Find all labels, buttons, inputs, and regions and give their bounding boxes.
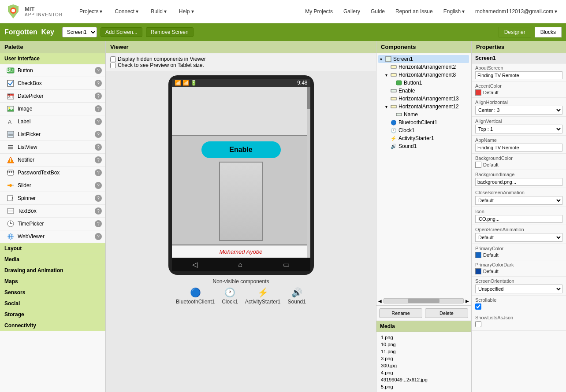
palette-section-sensors[interactable]: Sensors: [0, 287, 105, 298]
datepicker-help[interactable]: ?: [95, 92, 102, 100]
scroll-thumb[interactable]: [408, 299, 439, 303]
nav-guide[interactable]: Guide: [366, 6, 389, 17]
palette-section-layout[interactable]: Layout: [0, 243, 105, 254]
palette-section-storage[interactable]: Storage: [0, 309, 105, 320]
phone-scrollbar[interactable]: [307, 87, 310, 258]
rename-button[interactable]: Rename: [379, 308, 422, 318]
scroll-left-btn[interactable]: ◀: [378, 299, 382, 303]
palette-section-media[interactable]: Media: [0, 254, 105, 265]
nav-help[interactable]: Help ▾: [175, 6, 198, 17]
palette-item-slider[interactable]: Slider ?: [0, 179, 105, 192]
media-item-4png[interactable]: 4.png: [378, 369, 469, 376]
primarycolordark-swatch[interactable]: [475, 268, 481, 274]
scroll-track[interactable]: [384, 298, 464, 303]
palette-item-button[interactable]: Btn Button ?: [0, 64, 105, 77]
palette-item-webviewer[interactable]: WebViewer ?: [0, 230, 105, 243]
tree-ha13[interactable]: HorizontalArrangement13: [378, 95, 469, 103]
media-item-3png[interactable]: 3.png: [378, 355, 469, 362]
nav-gallery[interactable]: Gallery: [339, 6, 365, 17]
accentcolor-swatch[interactable]: [475, 89, 481, 96]
palette-item-label[interactable]: A Label ?: [0, 115, 105, 128]
listview-help[interactable]: ?: [95, 144, 102, 151]
alignvertical-select[interactable]: Top : 1: [475, 125, 562, 133]
image-help[interactable]: ?: [95, 105, 102, 112]
media-item-300jpg[interactable]: 300.jpg: [378, 362, 469, 369]
add-screen-button[interactable]: Add Screen...: [101, 27, 142, 37]
delete-button[interactable]: Delete: [425, 308, 468, 318]
palette-item-listpicker[interactable]: ListPicker ?: [0, 128, 105, 141]
phone-back-icon[interactable]: ◁: [192, 260, 197, 269]
palette-item-timepicker[interactable]: TimePicker ?: [0, 218, 105, 230]
tree-ha12[interactable]: ▾ HorizontalArrangement12: [378, 103, 469, 111]
hidden-components-checkbox[interactable]: [110, 56, 116, 62]
backgroundcolor-swatch[interactable]: [475, 162, 481, 168]
phone-recent-icon[interactable]: ▭: [283, 260, 290, 269]
timepicker-help[interactable]: ?: [95, 220, 102, 227]
nav-my-projects[interactable]: My Projects: [301, 6, 337, 17]
tree-clock1[interactable]: 🕐 Clock1: [378, 126, 469, 134]
media-item-large-jpg[interactable]: 49199049...2x612.jpg: [378, 376, 469, 383]
media-item-11png[interactable]: 11.png: [378, 348, 469, 355]
enable-button[interactable]: Enable: [201, 141, 281, 158]
webviewer-help[interactable]: ?: [95, 233, 102, 240]
blocks-button[interactable]: Blocks: [535, 27, 562, 37]
tree-btn1[interactable]: Button1: [378, 79, 469, 87]
backgroundimage-input[interactable]: [475, 178, 562, 186]
appname-input[interactable]: [475, 144, 562, 152]
media-item-1png[interactable]: 1.png: [378, 334, 469, 341]
label-help[interactable]: ?: [95, 118, 102, 125]
palette-item-passwordtextbox[interactable]: •••• PasswordTextBox ?: [0, 166, 105, 179]
tree-act1[interactable]: ⚡ ActivityStarter1: [378, 134, 469, 142]
spinner-help[interactable]: ?: [95, 195, 102, 202]
button-help[interactable]: ?: [95, 67, 102, 74]
textbox-help[interactable]: ?: [95, 207, 102, 214]
screen-selector[interactable]: Screen1: [62, 27, 97, 37]
tree-bt1[interactable]: 🔵 BluetoothClient1: [378, 118, 469, 126]
media-item-10png[interactable]: 10.png: [378, 341, 469, 348]
passwordtextbox-help[interactable]: ?: [95, 169, 102, 176]
hidden-components-checkbox-label[interactable]: Display hidden components in Viewer: [110, 56, 372, 62]
closescreenanimation-select[interactable]: Default: [475, 196, 562, 205]
alignhorizontal-select[interactable]: Center : 3: [475, 106, 562, 115]
tree-snd1[interactable]: 🔊 Sound1: [378, 142, 469, 150]
nav-connect[interactable]: Connect ▾: [110, 6, 143, 17]
tablet-preview-checkbox-label[interactable]: Check to see Preview on Tablet size.: [110, 62, 372, 68]
palette-section-ui[interactable]: User Interface: [0, 53, 105, 64]
scroll-right-btn[interactable]: ▶: [465, 299, 469, 303]
nav-projects[interactable]: Projects ▾: [75, 6, 107, 17]
palette-item-datepicker[interactable]: 31 DatePicker ?: [0, 90, 105, 103]
aboutscreen-input[interactable]: [475, 71, 562, 79]
tree-screen1[interactable]: ▾ Screen1: [378, 55, 469, 63]
tree-ha8[interactable]: ▾ HorizontalArrangement8: [378, 71, 469, 79]
palette-section-social[interactable]: Social: [0, 298, 105, 309]
nav-build[interactable]: Build ▾: [146, 6, 171, 17]
showlistsasjson-checkbox[interactable]: [475, 321, 481, 327]
nav-language[interactable]: English ▾: [439, 6, 469, 17]
tablet-preview-checkbox[interactable]: [110, 63, 116, 68]
palette-section-maps[interactable]: Maps: [0, 276, 105, 287]
palette-section-connectivity[interactable]: Connectivity: [0, 320, 105, 331]
openscreenanimation-select[interactable]: Default: [475, 233, 562, 242]
nav-report[interactable]: Report an Issue: [391, 6, 437, 17]
tree-enable[interactable]: Enable: [378, 87, 469, 95]
tree-name[interactable]: Name: [378, 111, 469, 118]
notifier-help[interactable]: ?: [95, 156, 102, 163]
palette-item-listview[interactable]: ListView ?: [0, 141, 105, 154]
primarycolor-swatch[interactable]: [475, 252, 481, 258]
media-item-5png[interactable]: 5.png: [378, 383, 469, 390]
palette-item-notifier[interactable]: ! Notifier ?: [0, 154, 105, 166]
palette-section-drawing[interactable]: Drawing and Animation: [0, 265, 105, 276]
palette-item-checkbox[interactable]: CheckBox ?: [0, 77, 105, 90]
designer-button[interactable]: Designer: [499, 27, 531, 37]
palette-item-spinner[interactable]: Spinner ?: [0, 192, 105, 205]
listpicker-help[interactable]: ?: [95, 131, 102, 138]
palette-item-textbox[interactable]: TextBox ?: [0, 205, 105, 218]
phone-scrollbar-thumb[interactable]: [307, 87, 310, 109]
screenorientation-select[interactable]: Unspecified: [475, 285, 562, 293]
tree-ha2[interactable]: HorizontalArrangement2: [378, 63, 469, 71]
palette-item-image[interactable]: Image ?: [0, 103, 105, 115]
icon-input[interactable]: [475, 215, 562, 223]
scrollable-checkbox[interactable]: [475, 303, 481, 310]
checkbox-help[interactable]: ?: [95, 80, 102, 87]
remove-screen-button[interactable]: Remove Screen: [146, 27, 194, 37]
